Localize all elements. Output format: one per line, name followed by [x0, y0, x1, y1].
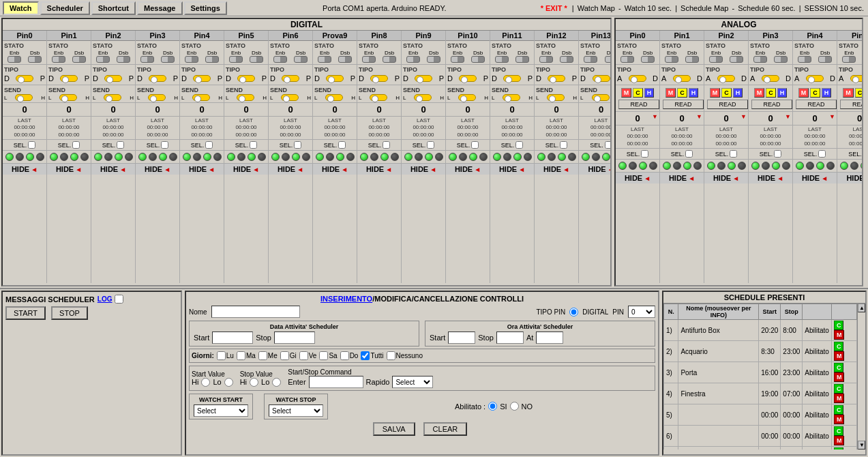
tab-watch[interactable]: Watch	[3, 1, 39, 15]
sel-checkbox[interactable]	[72, 141, 80, 149]
led-green-1[interactable]	[618, 162, 627, 170]
btn-h[interactable]: H	[644, 88, 655, 98]
btn-c-green[interactable]: C	[834, 363, 844, 372]
watch-map-link[interactable]: Watch Map	[578, 4, 615, 12]
day-ve[interactable]: Ve	[299, 351, 317, 360]
dsb-toggle[interactable]	[427, 56, 440, 63]
enb-toggle[interactable]	[362, 56, 376, 63]
tipo-toggle[interactable]	[629, 75, 646, 82]
dsb-toggle[interactable]	[471, 56, 485, 63]
day-sa[interactable]: Sa	[319, 351, 337, 360]
dsb-toggle[interactable]	[605, 56, 610, 63]
btn-c-red[interactable]: M	[834, 436, 845, 445]
led-green-1[interactable]	[183, 153, 191, 161]
btn-m[interactable]: M	[754, 88, 765, 98]
dsb-toggle[interactable]	[730, 56, 743, 63]
day-do[interactable]: Do	[340, 351, 359, 360]
rapido-select[interactable]: Select	[392, 376, 433, 388]
led-dark-2[interactable]	[524, 153, 532, 161]
scroll-down[interactable]: ▼	[858, 441, 865, 449]
send-toggle[interactable]	[503, 94, 520, 101]
hide-row[interactable]: HIDE◄	[837, 173, 862, 183]
led-green-1[interactable]	[271, 153, 280, 161]
hide-row[interactable]: HIDE◄	[47, 164, 91, 175]
sel-checkbox[interactable]	[338, 141, 346, 149]
dsb-toggle[interactable]	[161, 56, 175, 63]
nome-input[interactable]	[211, 306, 300, 318]
tipo-toggle[interactable]	[503, 75, 521, 82]
btn-c[interactable]: C	[633, 88, 643, 98]
read-button[interactable]: READ	[751, 100, 792, 109]
tipo-toggle[interactable]	[370, 75, 388, 82]
led-green-1[interactable]	[50, 153, 58, 161]
enb-toggle[interactable]	[451, 56, 464, 63]
tipo-toggle[interactable]	[60, 75, 78, 82]
schedule-60sec-link[interactable]: Schedule 60 sec.	[738, 4, 795, 12]
led-green-1[interactable]	[663, 162, 671, 170]
hide-row[interactable]: HIDE◄	[402, 164, 445, 175]
sel-checkbox[interactable]	[818, 150, 826, 158]
led-dark-2[interactable]	[693, 162, 702, 170]
tipo-toggle[interactable]	[593, 75, 610, 82]
led-green-1[interactable]	[404, 153, 413, 161]
led-green-1[interactable]	[94, 153, 102, 161]
led-dark-1[interactable]	[459, 153, 467, 161]
btn-h[interactable]: H	[733, 88, 743, 98]
dsb-toggle[interactable]	[117, 56, 130, 63]
btn-c-green[interactable]: C	[834, 384, 844, 394]
tipo-toggle[interactable]	[673, 75, 691, 82]
enter-input[interactable]	[309, 376, 363, 388]
led-green-1[interactable]	[537, 153, 545, 161]
ora-start-input[interactable]	[448, 331, 475, 344]
down-arrow[interactable]: ▼	[740, 113, 747, 120]
led-dark-2[interactable]	[782, 162, 790, 170]
btn-c-green[interactable]: C	[834, 321, 844, 330]
tipo-pin-radio[interactable]	[569, 308, 578, 316]
hide-row[interactable]: HIDE◄	[136, 164, 179, 175]
led-dark-1[interactable]	[548, 153, 556, 161]
led-dark-1[interactable]	[592, 153, 600, 161]
watch-10sec-link[interactable]: Watch 10 sec.	[625, 4, 672, 12]
btn-h[interactable]: H	[822, 88, 832, 98]
send-toggle[interactable]	[547, 94, 565, 101]
led-green-1[interactable]	[138, 153, 147, 161]
sel-checkbox[interactable]	[294, 141, 301, 149]
enb-toggle[interactable]	[584, 56, 597, 63]
btn-m[interactable]: M	[710, 88, 721, 98]
btn-m[interactable]: M	[665, 88, 676, 98]
tipo-toggle[interactable]	[717, 75, 735, 82]
led-dark-1[interactable]	[415, 153, 423, 161]
led-dark-1[interactable]	[717, 162, 725, 170]
enb-toggle[interactable]	[8, 56, 21, 63]
led-dark-2[interactable]	[346, 153, 355, 161]
enb-toggle[interactable]	[539, 56, 553, 63]
dsb-toggle[interactable]	[774, 56, 788, 63]
hide-row[interactable]: HIDE◄	[793, 173, 837, 183]
led-dark-1[interactable]	[806, 162, 814, 170]
session-10sec-link[interactable]: SESSION 10 sec.	[805, 4, 864, 12]
enb-toggle[interactable]	[185, 56, 198, 63]
watch-start-select[interactable]: Select	[194, 404, 248, 417]
enb-toggle[interactable]	[140, 56, 154, 63]
led-green-1[interactable]	[5, 153, 14, 161]
tipo-toggle[interactable]	[193, 75, 211, 82]
day-lu[interactable]: Lu	[217, 351, 234, 360]
send-toggle[interactable]	[370, 94, 387, 101]
hide-row[interactable]: HIDE◄	[3, 164, 46, 175]
tipo-toggle[interactable]	[806, 75, 824, 82]
led-dark-2[interactable]	[36, 153, 44, 161]
send-toggle[interactable]	[59, 94, 77, 101]
btn-c[interactable]: C	[721, 88, 732, 98]
log-checkbox[interactable]	[115, 295, 123, 304]
tab-shortcut[interactable]: Shortcut	[91, 1, 136, 15]
watch-stop-select[interactable]: Select	[269, 404, 323, 417]
data-stop-input[interactable]	[274, 331, 315, 344]
day-gi[interactable]: Gi	[280, 351, 297, 360]
tipo-toggle[interactable]	[548, 75, 565, 82]
enb-toggle[interactable]	[96, 56, 110, 63]
inserimento-link[interactable]: INSERIMENTO	[320, 295, 372, 303]
enb-toggle[interactable]	[798, 56, 811, 63]
led-dark-2[interactable]	[479, 153, 488, 161]
send-toggle[interactable]	[458, 94, 476, 101]
enb-toggle[interactable]	[229, 56, 243, 63]
